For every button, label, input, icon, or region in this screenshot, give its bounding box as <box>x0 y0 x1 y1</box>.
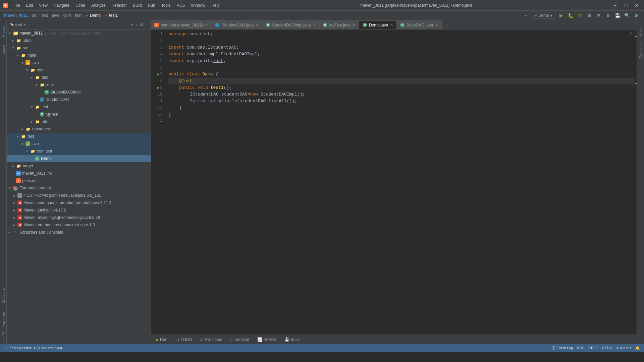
right-maven-btn[interactable]: Maven <box>638 23 644 39</box>
side-notifications-icon[interactable]: ⚙ <box>1 331 5 336</box>
tree-main[interactable]: ▼ 📁 main <box>7 52 151 59</box>
tree-src[interactable]: ▼ 📁 src <box>7 44 151 52</box>
side-label-project[interactable]: Project <box>0 21 6 41</box>
build-button2[interactable]: 💾 <box>614 12 621 19</box>
tab-demo-close[interactable]: ✕ <box>390 23 393 27</box>
run-gutter-7[interactable]: ▶ <box>157 71 160 78</box>
tree-test[interactable]: ▼ 📁 test <box>7 133 151 140</box>
menu-help[interactable]: Help <box>209 2 222 9</box>
tab-studentdaoimpl[interactable]: C StudentDAOImpl.java ✕ <box>262 20 319 29</box>
tree-maven-hamcrest[interactable]: ► M Maven: org.hamcrest:hamcrest-core:1.… <box>7 221 151 229</box>
close-button[interactable]: ✕ <box>632 2 641 9</box>
tree-pomxml[interactable]: ► X pom.xml <box>7 177 151 184</box>
tree-mytest[interactable]: ► C MyTest <box>7 111 151 118</box>
project-locate-icon[interactable]: ⚭ <box>130 22 133 27</box>
menu-analyze[interactable]: Analyze <box>89 2 108 9</box>
menu-edit[interactable]: Edit <box>23 2 36 9</box>
breadcrumb-back-button[interactable]: ← <box>522 12 530 19</box>
breadcrumb-test2[interactable]: test <box>75 13 81 18</box>
side-more-icon[interactable]: ⋮ <box>1 338 5 343</box>
tab-pomxml-close[interactable]: ✕ <box>205 23 208 27</box>
breadcrumb-src[interactable]: src <box>32 13 37 18</box>
right-database-btn[interactable]: Database <box>638 40 644 61</box>
tree-dao[interactable]: ▼ 📁 dao <box>7 74 151 81</box>
bottom-profiler-btn[interactable]: 📈 Profiler <box>255 337 278 343</box>
menu-refactor[interactable]: Refactor <box>109 2 129 9</box>
status-encoding[interactable]: UTF-8 <box>602 346 612 350</box>
maximize-button[interactable]: □ <box>621 2 631 9</box>
tab-istudentdao-close[interactable]: ✕ <box>256 23 259 27</box>
search-everywhere-button[interactable]: 🔍 <box>623 12 631 19</box>
tree-resources[interactable]: ► 📁 resources <box>7 125 151 133</box>
menu-run[interactable]: Run <box>145 2 158 9</box>
menu-file[interactable]: File <box>11 2 22 9</box>
tree-studentdaoimpl[interactable]: ► C StudentDAOImpl <box>7 88 151 96</box>
side-label-structure[interactable]: Structure <box>0 284 6 307</box>
status-event-log[interactable]: ⓘ Event Log <box>552 346 573 351</box>
debug-button[interactable]: 🐛 <box>567 12 574 19</box>
tree-jdk[interactable]: ► J < 1.8 > C:\Program Files\Java\jdk1.8… <box>7 192 151 199</box>
tree-idea[interactable]: ► 📁 .idea <box>7 37 151 44</box>
menu-tools[interactable]: Tools <box>159 2 173 9</box>
tree-maven-protobuf[interactable]: ► M Maven: com.google.protobuf:protobuf-… <box>7 199 151 206</box>
tree-istudentdao[interactable]: ► I IStudentDAO <box>7 96 151 103</box>
tree-com[interactable]: ▼ 📁 com <box>7 66 151 74</box>
status-line-ending[interactable]: CRLF <box>588 346 598 350</box>
breadcrumb-test1[interactable]: test <box>41 13 48 18</box>
tree-target[interactable]: ► 📁 target <box>7 162 151 170</box>
breadcrumb-test1-method[interactable]: test1 <box>109 13 118 18</box>
tree-root[interactable]: ▼ 📁 maven_0811 D:\java-maven-space\maven… <box>7 29 151 37</box>
bottom-terminal-btn[interactable]: > Terminal <box>228 337 251 343</box>
project-minimize-icon[interactable]: − <box>146 22 148 27</box>
tree-scratches[interactable]: ► ✎ Scratches and Consoles <box>7 229 151 236</box>
tree-ext-libs[interactable]: ▼ 📚 External Libraries <box>7 184 151 192</box>
bottom-run-btn[interactable]: ▶ Run <box>154 337 169 343</box>
side-label-favorites[interactable]: Favorites <box>0 307 6 330</box>
bottom-todo-btn[interactable]: ☐ TODO <box>173 337 194 343</box>
tree-impl[interactable]: ▼ 📁 impl <box>7 81 151 88</box>
tree-demo[interactable]: ► C Demo <box>7 155 151 162</box>
project-settings-icon[interactable]: ⚙ <box>140 22 144 27</box>
menu-build[interactable]: Build <box>130 2 145 9</box>
tab-mytest-close[interactable]: ✕ <box>353 23 356 27</box>
tab-basedao[interactable]: C BaseDAO.java ✕ <box>397 20 442 29</box>
menu-navigate[interactable]: Navigate <box>51 2 72 9</box>
more-run-options[interactable]: ▼ <box>595 12 602 19</box>
tab-mytest[interactable]: C MyTest.java ✕ <box>320 20 359 29</box>
menu-window[interactable]: Window <box>188 2 208 9</box>
project-expand-icon[interactable]: ≡ <box>136 22 138 27</box>
tab-demo[interactable]: C Demo.java ✕ <box>359 20 397 29</box>
tree-com-test[interactable]: ▼ 📁 test <box>7 103 151 111</box>
code-area[interactable]: package com.test; import com.dao.IStuden… <box>164 29 634 335</box>
tree-com-test2[interactable]: ▼ 📁 com.test <box>7 147 151 155</box>
side-label-learn[interactable]: Learn <box>0 41 6 58</box>
tree-maven-junit[interactable]: ► M Maven: junit:junit:4.13.2 <box>7 206 151 214</box>
tree-util[interactable]: ► 📁 util <box>7 118 151 125</box>
tree-maven-mysql[interactable]: ► M Maven: mysql:mysql-connector-java:8.… <box>7 214 151 221</box>
settings-button[interactable]: ⚙ <box>633 12 640 19</box>
breadcrumb-com[interactable]: com <box>63 13 71 18</box>
tree-test-java[interactable]: ▼ J java <box>7 140 151 147</box>
tab-istudentdao[interactable]: I IStudentDAO.java ✕ <box>212 20 262 29</box>
breadcrumb-java[interactable]: java <box>52 13 59 18</box>
tree-main-java[interactable]: ▼ J java <box>7 59 151 66</box>
tree-iml[interactable]: ► M maven_0811.iml <box>7 170 151 177</box>
bottom-problems-btn[interactable]: ⚠ Problems <box>198 337 224 343</box>
profile-button[interactable]: ⚙ <box>586 12 593 19</box>
breadcrumb-demo[interactable]: Demo <box>90 13 101 18</box>
coverage-button[interactable]: ⛜ <box>576 12 584 19</box>
status-position[interactable]: 8:10 <box>577 346 584 350</box>
status-indent[interactable]: 4 spaces <box>616 346 631 350</box>
run-gutter-9[interactable]: ▶ <box>157 84 160 91</box>
menu-vcs[interactable]: VCS <box>174 2 188 9</box>
menu-code[interactable]: Code <box>73 2 88 9</box>
menu-view[interactable]: View <box>36 2 50 9</box>
editor-scrollbar[interactable] <box>634 29 637 335</box>
fold-gutter-12[interactable]: □ <box>155 105 157 111</box>
tab-pomxml[interactable]: X pom.xml (maven_0811) ✕ <box>151 20 212 29</box>
project-dropdown-icon[interactable]: ▾ <box>24 23 25 26</box>
tab-studentdaoimpl-close[interactable]: ✕ <box>313 23 316 27</box>
stop-button[interactable]: ■ <box>604 12 612 19</box>
status-notifications-icon[interactable]: 🔔 <box>635 346 640 350</box>
run-button[interactable]: ▶ <box>557 12 565 19</box>
